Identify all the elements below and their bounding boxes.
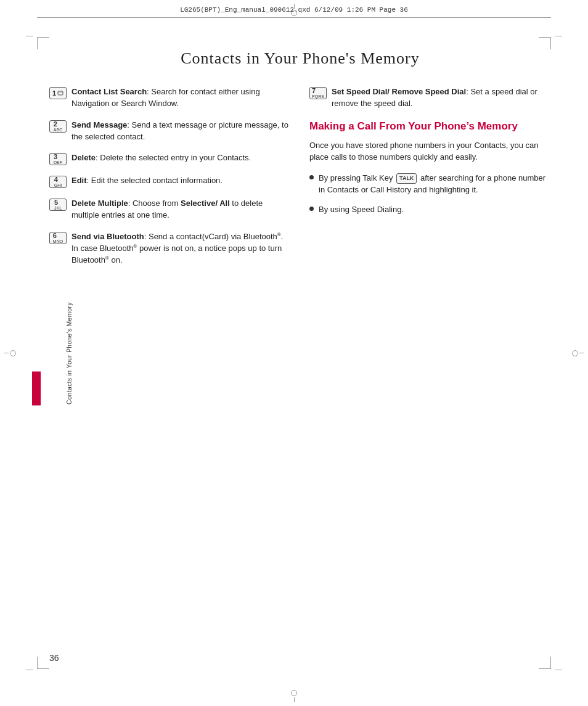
header-bar: LG265(BPT)_Eng_manual_090612.qxd 6/12/09… [37, 6, 551, 18]
trim-right-top [555, 36, 562, 36]
section-heading: Making a Call From Your Phone’s Memory [309, 120, 551, 133]
sidebar-tab [32, 371, 41, 405]
trim-left-bottom [26, 670, 33, 670]
menu-item-7-text: Set Speed Dial/ Remove Speed Dial: Set a… [332, 86, 551, 110]
menu-item-4-text: Edit: Edit the selected contact informat… [71, 175, 223, 187]
menu-item-5: 5JKL Delete Multiple: Choose from Select… [49, 198, 291, 221]
key-badge-1: 1 [49, 87, 67, 99]
right-column: 7PQRS Set Speed Dial/ Remove Speed Dial:… [309, 86, 551, 277]
corner-mark-tr [539, 37, 551, 49]
key-badge-4: 4GHI [49, 176, 67, 188]
corner-mark-bl [37, 657, 49, 669]
page-title: Contacts in Your Phone's Memory [49, 49, 551, 68]
trim-left-top [26, 36, 33, 36]
bullet-item-1: By pressing Talk Key TALK after searchin… [309, 172, 551, 196]
left-column: 1 Contact List Search: Search for contac… [49, 86, 291, 277]
section-body: Once you have stored phone numbers in yo… [309, 139, 551, 163]
file-info: LG265(BPT)_Eng_manual_090612.qxd 6/12/09… [180, 6, 408, 14]
menu-item-2-text: Send Message: Send a text message or pic… [71, 120, 291, 143]
bullet-dot-2 [309, 207, 314, 211]
bullet-list: By pressing Talk Key TALK after searchin… [309, 172, 551, 216]
menu-item-6-text: Send via Bluetooth: Send a contact(vCard… [71, 231, 291, 267]
bullet-text-2: By using Speed Dialing. [319, 203, 404, 216]
menu-item-4: 4GHI Edit: Edit the selected contact inf… [49, 175, 291, 188]
center-mark-left [4, 350, 16, 356]
key-badge-7: 7PQRS [309, 87, 327, 99]
corner-mark-br [539, 657, 551, 669]
menu-item-2: 2ABC Send Message: Send a text message o… [49, 120, 291, 143]
key-badge-6: 6MNO [49, 232, 67, 244]
corner-mark-tl [37, 37, 49, 49]
menu-item-3: 3DEF Delete: Delete the selected entry i… [49, 152, 291, 165]
key-badge-3: 3DEF [49, 153, 67, 165]
bullet-dot-1 [309, 175, 314, 179]
bullet-text-1: By pressing Talk Key TALK after searchin… [319, 172, 551, 196]
bullet-item-2: By using Speed Dialing. [309, 203, 551, 216]
menu-item-1: 1 Contact List Search: Search for contac… [49, 86, 291, 110]
talk-key-badge: TALK [396, 173, 417, 184]
trim-right-bottom [555, 670, 562, 670]
menu-item-1-text: Contact List Search: Search for contact … [71, 86, 291, 110]
menu-item-6: 6MNO Send via Bluetooth: Send a contact(… [49, 231, 291, 267]
key-badge-2: 2ABC [49, 120, 67, 133]
key-badge-5: 5JKL [49, 199, 67, 211]
menu-item-7: 7PQRS Set Speed Dial/ Remove Speed Dial:… [309, 86, 551, 110]
center-mark-bottom [291, 690, 297, 702]
main-content: Contacts in Your Phone's Memory 1 Contac… [49, 49, 551, 657]
svg-rect-0 [58, 91, 63, 95]
menu-item-5-text: Delete Multiple: Choose from Selective/ … [71, 198, 291, 221]
center-mark-right [572, 350, 584, 356]
content-columns: 1 Contact List Search: Search for contac… [49, 86, 551, 277]
menu-item-3-text: Delete: Delete the selected entry in you… [71, 152, 251, 164]
